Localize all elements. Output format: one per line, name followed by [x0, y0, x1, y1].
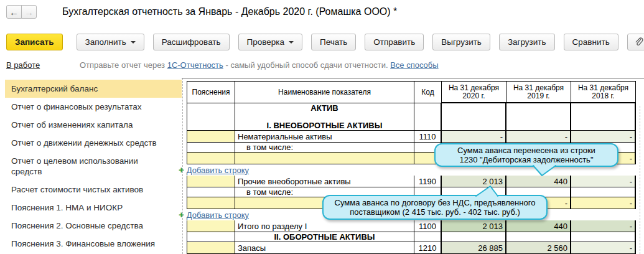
sidebar-item[interactable]: Расчет стоимости чистых активов — [5, 181, 182, 199]
explanation-cell[interactable] — [187, 242, 235, 254]
paperclip-icon — [634, 37, 643, 47]
button-label: Расшифровать — [162, 37, 221, 47]
service-link[interactable]: 1С-Отчетность — [167, 60, 223, 70]
button-label: Загрузить — [508, 37, 546, 47]
section-line: АКТИВ — [235, 104, 414, 113]
status-message: Отправьте отчет через 1С-Отчетность - са… — [80, 60, 439, 70]
sidebar-item-label: Пояснения 1. НМА и НИОКР — [11, 202, 123, 213]
sidebar-item[interactable]: Пояснения 2. Основные средства — [5, 217, 182, 235]
explanation-cell[interactable] — [187, 176, 235, 187]
section-line — [235, 113, 414, 121]
decrypt-button[interactable]: Расшифровать — [153, 34, 230, 50]
import-button[interactable]: Загрузить — [499, 34, 555, 50]
tooltip-line: Сумма аванса перенесена из строки — [436, 146, 617, 156]
explanation-cell — [187, 187, 235, 197]
column-header: На 31 декабря 2020 г. — [442, 81, 506, 103]
explanation-cell — [187, 232, 235, 242]
button-label: Сравнить — [572, 37, 610, 47]
toolbar: ЗаписатьЗаполнитьРасшифроватьПроверкаПеч… — [6, 34, 644, 50]
explanation-cell[interactable] — [187, 131, 235, 143]
sidebar-item[interactable]: Пояснения 1. НМА и НИОКР — [5, 199, 182, 217]
button-label: Проверка — [247, 37, 284, 47]
code-cell: 1190 — [414, 176, 442, 187]
code-cell: 1110 — [414, 131, 442, 143]
sidebar-item[interactable]: Отчет о движении денежных средств — [5, 134, 182, 152]
code-cell: 1100 — [414, 220, 442, 232]
section-line: II. ОБОРОТНЫЕ АКТИВЫ — [235, 233, 414, 242]
compare-button[interactable]: Сравнить — [564, 34, 618, 50]
status-text-middle: - самый удобный способ сдачи отчетности. — [223, 60, 390, 70]
code-cell: 1210 — [414, 242, 442, 254]
print-button[interactable]: Печать — [311, 34, 356, 50]
button-label: Отправить — [373, 37, 415, 47]
table-row: Итого по разделу I11002 013440- — [187, 220, 636, 232]
sidebar-item[interactable]: Отчет о целевом использовании средств — [5, 152, 182, 181]
button-label: Печать — [320, 37, 347, 47]
back-arrow-icon[interactable]: ← — [6, 5, 22, 19]
explanation-cell[interactable] — [187, 153, 235, 164]
forward-arrow-icon[interactable]: → — [21, 5, 37, 19]
balance-sheet-table: ПоясненияНаименование показателяКодНа 31… — [187, 81, 636, 254]
chevron-down-icon — [131, 41, 136, 46]
explanation-cell[interactable] — [187, 197, 235, 209]
table-row: Нематериальные активы1110--- — [187, 131, 636, 143]
name-cell[interactable] — [235, 153, 414, 164]
send-button[interactable]: Отправить — [365, 34, 424, 50]
table-row: АКТИВ I. ВНЕОБОРОТНЫЕ АКТИВЫ — [187, 103, 636, 131]
export-button[interactable]: Выгрузить — [432, 34, 490, 50]
fill-button[interactable]: Заполнить — [77, 34, 144, 50]
column-header: На 31 декабря 2019 г. — [506, 81, 571, 103]
plus-icon: + — [179, 166, 184, 174]
tooltip-tail — [529, 165, 558, 177]
name-cell: Прочие внеоборотные активы — [235, 176, 414, 187]
sidebar-item[interactable]: Бухгалтерский баланс — [5, 80, 182, 98]
column-header: На 31 декабря 2018 г. — [571, 81, 636, 103]
panel-top-border — [182, 78, 644, 79]
value-cell: 440 — [506, 176, 571, 187]
value-cell — [442, 103, 506, 131]
value-cell: - — [571, 176, 636, 187]
name-cell: Запасы — [235, 242, 414, 254]
name-cell: в том числе: — [235, 143, 414, 153]
sidebar-item-label: Отчет об изменениях капитала — [11, 120, 133, 130]
button-label: Заполнить — [85, 37, 126, 47]
all-methods-link[interactable]: Все способы — [390, 60, 438, 70]
save-button[interactable]: Записать — [6, 34, 63, 50]
section-line: I. ВНЕОБОРОТНЫЕ АКТИВЫ — [235, 121, 414, 130]
table-row: Запасы121026 8852 560- — [187, 242, 636, 254]
table-header-row: ПоясненияНаименование показателяКодНа 31… — [187, 81, 636, 103]
value-cell[interactable]: - — [571, 197, 636, 209]
value-cell: - — [442, 131, 506, 143]
name-cell: Нематериальные активы — [235, 131, 414, 143]
value-cell — [571, 103, 636, 131]
explanation-cell — [187, 143, 235, 153]
tooltip-callout: Сумма аванса перенесена из строки1230 "Д… — [434, 143, 618, 167]
code-cell — [414, 103, 442, 131]
sidebar-item[interactable]: Отчет об изменениях капитала — [5, 116, 182, 134]
attachments-button[interactable] — [627, 34, 644, 50]
status-state-link[interactable]: В работе — [6, 60, 40, 70]
status-text-before: Отправьте отчет через — [80, 60, 167, 70]
sidebar-item[interactable]: Пояснения 3. Финансовые вложения — [5, 235, 182, 253]
table-row: II. ОБОРОТНЫЕ АКТИВЫ — [187, 232, 636, 242]
check-button[interactable]: Проверка — [238, 34, 302, 50]
add-row-link[interactable]: Добавить строку — [187, 166, 249, 175]
value-cell: 2 013 — [442, 220, 506, 232]
sidebar-item-label: Бухгалтерский баланс — [11, 83, 98, 94]
name-cell: Итого по разделу I — [235, 220, 414, 232]
sidebar-item[interactable]: Отчет о финансовых результатах — [5, 98, 182, 116]
add-row-link[interactable]: Добавить строку — [187, 210, 249, 220]
sidebar-item-label: Отчет о движении денежных средств — [11, 138, 157, 148]
tooltip-callout: Сумма аванса по договору без НДС, предъя… — [322, 195, 548, 220]
explanation-cell[interactable] — [187, 220, 235, 232]
value-cell: - — [571, 220, 636, 232]
tooltip-tail — [473, 185, 502, 197]
value-cell: - — [506, 131, 571, 143]
value-cell — [506, 232, 571, 242]
nav-arrows: ← → — [6, 5, 37, 19]
page-title: Бухгалтерская отчетность за Январь - Дек… — [62, 6, 397, 17]
name-cell: II. ОБОРОТНЫЕ АКТИВЫ — [235, 232, 414, 242]
value-cell: - — [571, 131, 636, 143]
value-cell: 2 560 — [506, 242, 571, 254]
button-label: Записать — [15, 37, 54, 47]
